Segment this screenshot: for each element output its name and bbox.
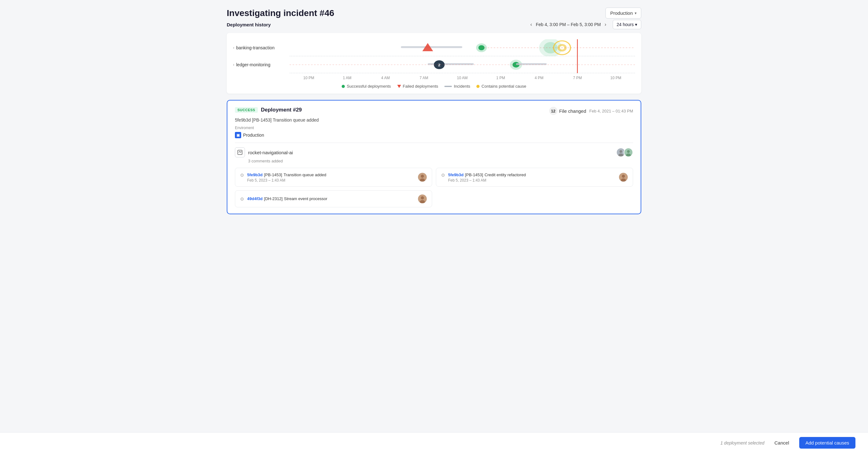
time-period-chevron: ▾: [635, 22, 637, 27]
commit-date-0: Feb 5, 2023 – 1:43 AM: [247, 178, 326, 183]
service-name: rocket-navigational-ai: [248, 150, 293, 155]
svg-point-3: [478, 45, 485, 50]
commit-info-1: 5fe9b3d [PB-1453] Credit entity refactor…: [448, 172, 526, 183]
avatar-2: [624, 148, 633, 157]
commit-date-1: Feb 5, 2023 – 1:43 AM: [448, 178, 526, 183]
legend-dot-potential: [476, 85, 479, 88]
legend-label-success: Successful deployments: [347, 84, 391, 89]
selected-text: 1 deployment selected: [720, 441, 764, 446]
svg-rect-19: [238, 150, 242, 155]
commit-hash-1: 5fe9b3d: [448, 173, 464, 177]
legend-successful: Successful deployments: [342, 84, 391, 89]
chart-track-ledger: 2: [289, 56, 635, 73]
time-label-3: 7 AM: [405, 76, 443, 80]
svg-point-24: [627, 150, 630, 153]
section-title: Deployment history: [227, 22, 271, 27]
time-prev-button[interactable]: ‹: [529, 21, 533, 28]
svg-rect-0: [401, 46, 462, 48]
time-controls: ‹ Feb 4, 3:00 PM – Feb 5, 3:00 PM › 24 h…: [529, 20, 641, 29]
chart-track-banking: [289, 39, 635, 56]
svg-point-33: [421, 197, 424, 200]
time-label-5: 1 PM: [482, 76, 520, 80]
commit-tag-2: [DH-2312]: [264, 197, 283, 201]
svg-point-30: [622, 175, 625, 178]
expand-icon-banking[interactable]: ›: [233, 46, 234, 50]
commit-card-2[interactable]: ⊙ 49d4f3d [DH-2312] Stream event process…: [235, 190, 432, 207]
cancel-button[interactable]: Cancel: [769, 437, 794, 448]
user-avatars: [616, 148, 633, 157]
legend-label-potential: Contains potential cause: [482, 84, 526, 89]
commit-info-2: 49d4f3d [DH-2312] Stream event processor: [247, 196, 327, 202]
status-badge: SUCCESS: [235, 107, 258, 113]
time-period-label: 24 hours: [617, 22, 634, 27]
time-label-2: 4 AM: [366, 76, 404, 80]
divider: [235, 143, 633, 143]
time-label-1: 1 AM: [328, 76, 366, 80]
commit-card-left-1: ⊙ 5fe9b3d [PB-1453] Credit entity refact…: [441, 172, 526, 183]
env-selector-label: Production: [610, 10, 633, 16]
file-count-badge: 12: [549, 107, 557, 115]
service-info: rocket-navigational-ai: [235, 147, 293, 157]
bottom-bar: 1 deployment selected Cancel Add potenti…: [0, 432, 868, 453]
add-potential-causes-button[interactable]: Add potential causes: [799, 437, 856, 449]
service-row: rocket-navigational-ai: [235, 147, 633, 157]
commit-hash: 5fe9b3d [PB-1453] Transition queue added: [235, 118, 633, 122]
time-range: ‹ Feb 4, 3:00 PM – Feb 5, 3:00 PM ›: [529, 21, 608, 28]
commit-card-1[interactable]: ⊙ 5fe9b3d [PB-1453] Credit entity refact…: [436, 168, 633, 187]
env-name: Production: [243, 132, 264, 138]
deployment-date: Feb 4, 2021 – 01:43 PM: [589, 109, 633, 113]
commit-info-0: 5fe9b3d [PB-1453] Transition queue added…: [247, 172, 326, 183]
time-label-8: 10 PM: [597, 76, 635, 80]
card-top-right: 12 File changed Feb 4, 2021 – 01:43 PM: [549, 107, 633, 115]
card-top: SUCCESS Deployment #29 12 File changed F…: [235, 107, 633, 115]
env-label: Enviroment: [235, 126, 633, 130]
legend-incidents: Incidents: [444, 84, 470, 89]
chart-legend: Successful deployments Failed deployment…: [233, 84, 635, 89]
environment-selector[interactable]: Production ▾: [606, 7, 641, 19]
commit-msg-0: Transition queue added: [284, 173, 326, 177]
banking-label: banking-transaction: [236, 45, 275, 50]
time-axis: 10 PM 1 AM 4 AM 7 AM 10 AM 1 PM 4 PM 7 P…: [289, 73, 635, 80]
chart-row-label-banking: › banking-transaction: [233, 45, 289, 50]
commit-avatar-1: [619, 173, 628, 182]
legend-label-failed: Failed deployments: [403, 84, 438, 89]
legend-potential-cause: Contains potential cause: [476, 84, 526, 89]
time-label-4: 10 AM: [443, 76, 482, 80]
legend-triangle-failed: [397, 85, 401, 88]
file-changed-label: File changed: [559, 109, 586, 114]
commit-icon-2: ⊙: [240, 197, 244, 201]
commit-card-0[interactable]: ⊙ 5fe9b3d [PB-1453] Transition queue add…: [235, 168, 432, 187]
time-next-button[interactable]: ›: [603, 21, 607, 28]
env-tag: ▣ Production: [235, 132, 633, 138]
card-top-left: SUCCESS Deployment #29: [235, 107, 302, 113]
legend-line-incidents: [444, 86, 452, 87]
chart-row-banking: › banking-transaction: [233, 39, 635, 56]
deployment-name: Deployment #29: [261, 107, 302, 113]
commit-icon-0: ⊙: [240, 173, 244, 178]
service-icon: [235, 147, 245, 157]
svg-point-27: [421, 175, 424, 178]
commit-tag-1: [PB-1453]: [465, 173, 483, 177]
chart-row-label-ledger: › ledger-monitoring: [233, 62, 289, 67]
time-label-7: 7 PM: [558, 76, 597, 80]
commit-hash-2: 49d4f3d: [247, 197, 262, 201]
time-label-0: 10 PM: [289, 76, 328, 80]
commits-grid: ⊙ 5fe9b3d [PB-1453] Transition queue add…: [235, 168, 633, 207]
time-period-selector[interactable]: 24 hours ▾: [613, 20, 641, 29]
expand-icon-ledger[interactable]: ›: [233, 62, 234, 67]
legend-label-incidents: Incidents: [454, 84, 470, 89]
legend-failed: Failed deployments: [397, 84, 438, 89]
commit-avatar-0: [418, 173, 427, 182]
chevron-down-icon: ▾: [635, 11, 637, 16]
commit-card-left-0: ⊙ 5fe9b3d [PB-1453] Transition queue add…: [240, 172, 326, 183]
time-range-label: Feb 4, 3:00 PM – Feb 5, 3:00 PM: [536, 22, 601, 27]
legend-dot-success: [342, 85, 345, 88]
ledger-label: ledger-monitoring: [236, 62, 270, 67]
env-icon: ▣: [235, 132, 241, 138]
chart-row-ledger: › ledger-monitoring 2: [233, 56, 635, 73]
chart-area: › banking-transaction: [227, 33, 641, 94]
commit-icon-1: ⊙: [441, 173, 445, 178]
commit-msg-1: Credit entity refactored: [485, 173, 526, 177]
time-label-6: 4 PM: [520, 76, 558, 80]
deployment-card: SUCCESS Deployment #29 12 File changed F…: [227, 100, 641, 214]
